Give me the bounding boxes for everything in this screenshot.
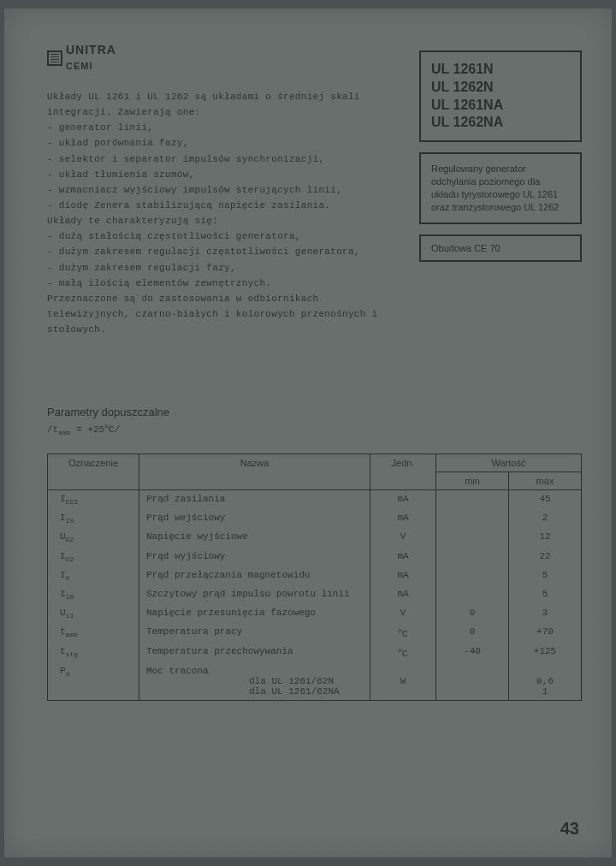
description-box: Regulowany generator odchylania poziomeg… [419, 152, 582, 223]
right-column: UL 1261N UL 1262N UL 1261NA UL 1262NA Re… [419, 50, 582, 272]
bullet: - selektor i separator impulsów synchron… [47, 151, 404, 167]
bullet: - dużym zakresem regulacji fazy, [47, 260, 404, 276]
th-sym: Oznaczenie [48, 454, 139, 490]
bullet: - wzmacniacz wyjściowy impulsów sterując… [47, 182, 404, 198]
section-condition: /tamb = +25oC/ [47, 422, 582, 436]
intro-lead2: Układy te charakteryzują się: [47, 213, 404, 228]
intro-lead: Układy UL 1261 i UL 1262 są układami o ś… [47, 89, 404, 120]
table-row: I8Prąd przełączania magnetowidumA5 [48, 566, 582, 585]
th-max: max [509, 472, 582, 490]
package-text: Obudowa CE 70 [431, 243, 500, 253]
bullet: - dużym zakresem regulacji częstotliwośc… [47, 244, 404, 259]
bullet: - dużą stałością częstotliwości generato… [47, 228, 404, 244]
part-number: UL 1261NA [431, 97, 570, 115]
table-row: II5Prąd wejściowymA2 [48, 509, 582, 528]
logo-sub: CEMI [66, 61, 93, 71]
th-unit: Jedn. [370, 454, 436, 490]
th-name: Nazwa [139, 454, 370, 490]
page-number: 43 [560, 819, 579, 839]
package-box: Obudowa CE 70 [419, 234, 582, 262]
intro-tail: Przeznaczone są do zastosowania w odbior… [47, 291, 404, 337]
table-row: UO2Napięcie wyjścioweV12 [48, 528, 582, 547]
parameters-table: Oznaczenie Nazwa Jedn. Wartość min max I… [47, 454, 582, 701]
table-row: ICC3Prąd zasilaniamA45 [48, 490, 582, 510]
content-row: Układy UL 1261 i UL 1262 są układami o ś… [47, 89, 582, 337]
table-row: I10Szczytowy prąd impulsu powrotu liniim… [48, 585, 582, 604]
table-row: tambTemperatura pracyoC0+70 [48, 623, 582, 643]
table-row: Pd Moc tracona dla UL 1261/62N dla UL 12… [48, 662, 582, 701]
table-row: U11Napięcie przesunięcia fazowegoV03 [48, 604, 582, 623]
table-row: IO2Prąd wyjściowymA22 [48, 548, 582, 566]
page: UNITRA CEMI Układy UL 1261 i UL 1262 są … [4, 9, 612, 857]
th-min: min [436, 472, 509, 490]
logo-icon [47, 50, 62, 66]
part-number: UL 1262NA [431, 114, 570, 132]
part-number: UL 1262N [431, 79, 570, 97]
description-text: Regulowany generator odchylania poziomeg… [431, 163, 559, 212]
bullet: - układ porównania fazy, [47, 135, 404, 151]
section-title: Parametry dopuszczalne [47, 406, 582, 418]
table-body: ICC3Prąd zasilaniamA45 II5Prąd wejściowy… [48, 490, 582, 701]
body-text: Układy UL 1261 i UL 1262 są układami o ś… [47, 89, 404, 337]
bullet: - diodę Zenera stabilizującą napięcie za… [47, 198, 404, 213]
th-val: Wartość [436, 454, 582, 472]
part-numbers-box: UL 1261N UL 1262N UL 1261NA UL 1262NA [419, 50, 582, 142]
bullet: - generator linii, [47, 120, 404, 135]
logo-brand: UNITRA [66, 43, 116, 56]
bullet: - układ tłumienia szumów, [47, 167, 404, 182]
part-number: UL 1261N [431, 61, 570, 79]
table-row: tstgTemperatura przechowywaniaoC-40+125 [48, 643, 582, 662]
bullet: - małą ilością elementów zewnętrznych. [47, 276, 404, 291]
